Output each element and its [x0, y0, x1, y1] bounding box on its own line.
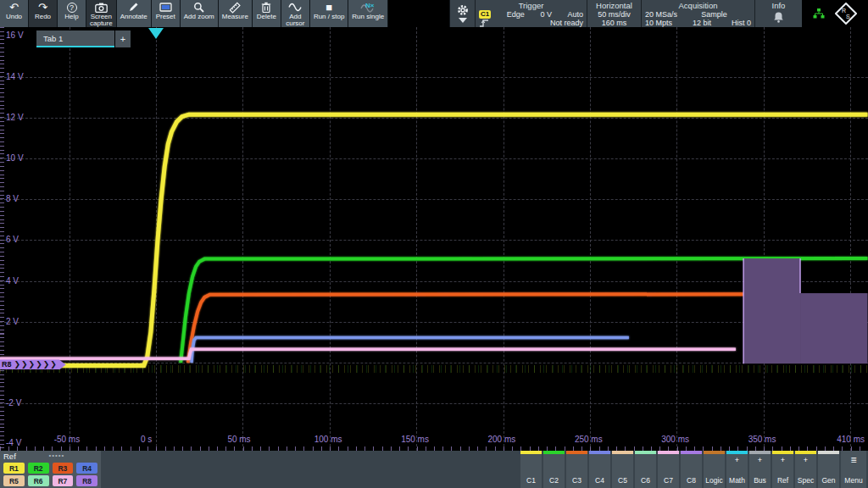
toolbar-buttons: ↶Undo↷Redo?HelpScreen captureAnnotatePre…	[0, 0, 388, 27]
annotate-button[interactable]: Annotate	[117, 0, 152, 27]
run-stop-button[interactable]: ■Run / stop	[310, 0, 348, 27]
measure-button[interactable]: Measure	[219, 0, 253, 27]
help-icon: ?	[67, 1, 77, 14]
signal-button-spec[interactable]: +Spec	[795, 451, 816, 488]
signal-button-label: C1	[526, 476, 536, 485]
redo-icon: ↷	[38, 1, 47, 14]
help-button[interactable]: ?Help	[58, 0, 86, 27]
trigger-type: Edge	[507, 10, 525, 19]
svg-text:S: S	[846, 14, 850, 19]
screen-capture-button[interactable]: Screen capture	[86, 0, 117, 27]
acquisition-panel-title: Acquisition	[645, 1, 751, 10]
signal-button-label: C6	[641, 476, 650, 485]
preset-button[interactable]: Preset	[152, 0, 181, 27]
signal-button-c5[interactable]: C5	[612, 451, 633, 488]
signal-button-c1[interactable]: C1	[520, 451, 542, 488]
wave-icon	[288, 1, 302, 14]
signal-button-c7[interactable]: C7	[658, 451, 679, 488]
delete-button[interactable]: Delete	[253, 0, 281, 27]
add-cursor-button[interactable]: Add cursor	[281, 0, 310, 27]
settings-button[interactable]	[449, 0, 475, 27]
signal-button-bus[interactable]: +Bus	[749, 451, 771, 488]
menu-icon: ≡	[850, 456, 856, 464]
acq-history: Hist 0	[732, 19, 751, 27]
signal-button-logic[interactable]: Logic	[704, 451, 725, 488]
signal-color-stripe	[520, 451, 542, 454]
ref-button-r8[interactable]: R8	[76, 475, 97, 486]
signal-button-label: Spec	[798, 476, 814, 485]
toolbar-spacer	[388, 0, 449, 27]
ref-buttons: R1R2R3R4R5R6R7R8	[3, 463, 97, 486]
info-panel-title: Info	[772, 1, 786, 10]
signal-button-label: C3	[572, 476, 581, 485]
signal-color-stripe	[589, 451, 610, 454]
horizontal-scale: 50 ms/div	[598, 10, 631, 19]
toolbar-button-label: Preset	[156, 14, 175, 20]
signal-button-label: C2	[549, 476, 559, 485]
info-panel[interactable]: Info	[754, 0, 802, 27]
signal-color-stripe	[818, 451, 839, 454]
signal-color-stripe	[658, 451, 679, 454]
signal-button-c4[interactable]: C4	[589, 451, 610, 488]
ref-button-r2[interactable]: R2	[28, 463, 49, 474]
ref-dialog-title: Ref	[3, 452, 16, 461]
waveform-display[interactable]: 16 V14 V12 V10 V8 V6 V4 V2 V-2 V-4 V-50 …	[0, 27, 868, 451]
nxwave-icon: N×	[360, 1, 376, 14]
redo-button[interactable]: ↷Redo	[29, 0, 58, 27]
ref-button-r3[interactable]: R3	[53, 463, 74, 474]
trigger-mode: Auto	[567, 10, 583, 19]
tab-1[interactable]: Tab 1	[36, 30, 114, 47]
add-tab-button[interactable]: +	[115, 30, 131, 47]
acq-mode: Sample	[701, 10, 727, 19]
signal-color-stripe	[681, 451, 702, 454]
signal-button-c8[interactable]: C8	[681, 451, 702, 488]
ref-dialog-handle[interactable]: •••••	[16, 452, 97, 461]
signal-button-c3[interactable]: C3	[566, 451, 587, 488]
signal-button-label: C7	[664, 476, 673, 485]
signal-button-gen[interactable]: Gen	[818, 451, 839, 488]
acquisition-panel[interactable]: Acquisition 20 MSa/s Sample 10 Mpts 12 b…	[641, 0, 754, 27]
tab-bar: Tab 1 +	[36, 30, 131, 47]
r8-marker-label: R8	[2, 360, 12, 369]
rohde-schwarz-logo: RS	[835, 3, 857, 25]
signal-button-c2[interactable]: C2	[543, 451, 565, 488]
chevron-down-icon	[459, 18, 467, 23]
signal-button-label: Ref	[777, 476, 788, 485]
trigger-panel[interactable]: Trigger C1 Edge 0 V Auto Not ready	[475, 0, 587, 27]
signal-button-label: C4	[595, 476, 604, 485]
ref-button-r4[interactable]: R4	[76, 463, 97, 474]
signal-button-c6[interactable]: C6	[635, 451, 656, 488]
signal-button-ref[interactable]: +Ref	[772, 451, 793, 488]
run-single-button[interactable]: N×Run single	[348, 0, 388, 27]
toolbar-button-label: Help	[64, 14, 78, 20]
ref-dialog[interactable]: Ref ••••• R1R2R3R4R5R6R7R8	[0, 451, 101, 488]
menu-button[interactable]: ≡Menu	[841, 451, 866, 488]
r8-reference-marker[interactable]: R8 ❯❯❯❯❯❯	[0, 359, 66, 369]
ref-button-r5[interactable]: R5	[3, 475, 25, 486]
signal-color-stripe	[795, 451, 816, 454]
waveform-traces	[0, 27, 868, 451]
trace-R1	[0, 114, 867, 365]
ref-button-r1[interactable]: R1	[3, 463, 25, 474]
bell-icon[interactable]	[773, 11, 784, 23]
horizontal-panel[interactable]: Horizontal 50 ms/div 160 ms	[587, 0, 641, 27]
svg-text:R: R	[842, 8, 846, 14]
bottom-bar: Ref ••••• R1R2R3R4R5R6R7R8 C1C2C3C4C5C6C…	[0, 451, 868, 488]
ref-button-r7[interactable]: R7	[53, 475, 74, 486]
signal-color-stripe	[566, 451, 587, 454]
trace-R7	[0, 349, 736, 358]
gear-icon	[457, 4, 469, 16]
signal-color-stripe	[704, 451, 725, 454]
ref-button-r6[interactable]: R6	[28, 475, 49, 486]
signal-button-math[interactable]: +Math	[726, 451, 748, 488]
trigger-source-badge: C1	[479, 10, 491, 19]
ruler-icon	[229, 1, 241, 14]
toolbar-button-label: Screen capture	[90, 14, 113, 27]
signal-button-label: Menu	[844, 476, 862, 485]
undo-button[interactable]: ↶Undo	[0, 0, 29, 27]
toolbar-button-label: Undo	[6, 14, 22, 20]
plus-icon: +	[781, 456, 785, 464]
add-zoom-button[interactable]: Add zoom	[181, 0, 219, 27]
svg-text:N×: N×	[365, 2, 375, 9]
trigger-position-marker[interactable]	[148, 28, 164, 39]
